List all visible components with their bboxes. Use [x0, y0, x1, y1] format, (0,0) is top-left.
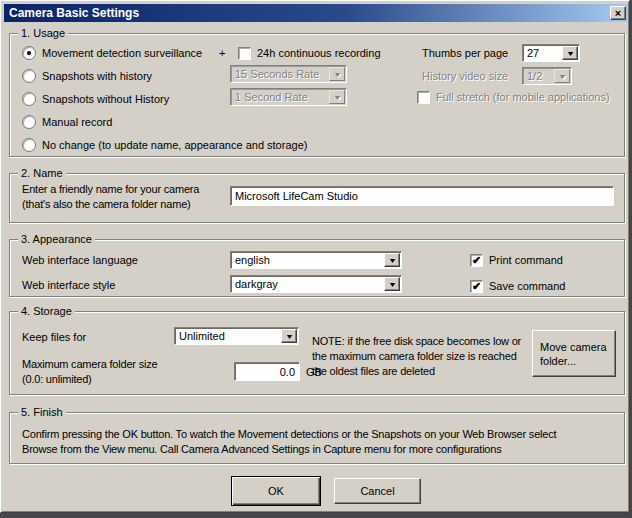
- selected-value: Unlimited: [179, 330, 225, 342]
- chevron-down-icon: ▼: [332, 94, 341, 101]
- group-storage: 4. Storage Keep files for Unlimited ▼ Ma…: [9, 311, 625, 395]
- thumbs-per-page-label: Thumbs per page: [422, 46, 508, 60]
- titlebar[interactable]: Camera Basic Settings ×: [4, 4, 628, 22]
- radio-icon: [22, 138, 36, 152]
- checkbox-print-command[interactable]: ✔ Print command: [470, 253, 563, 267]
- chevron-down-icon: ▼: [387, 257, 396, 264]
- checkbox-24h-continuous[interactable]: ✔ 24h continuous recording: [238, 46, 381, 60]
- selected-value: 27: [527, 47, 539, 59]
- radio-movement-detection[interactable]: Movement detection surveillance: [22, 46, 202, 60]
- camera-name-prompt: Enter a friendly name for your camera (t…: [22, 182, 199, 212]
- checkbox-label: Print command: [489, 253, 563, 267]
- dropdown-button[interactable]: ▼: [562, 46, 578, 60]
- dropdown-button: ▼: [554, 69, 570, 83]
- radio-icon: [22, 115, 36, 129]
- radio-label: Movement detection surveillance: [42, 46, 202, 60]
- keep-files-label: Keep files for: [22, 330, 86, 344]
- checkbox-label: Save command: [489, 279, 565, 293]
- rate-with-history-select: 15 Seconds Rate ▼: [230, 65, 347, 83]
- checkbox-label: 24h continuous recording: [257, 46, 381, 60]
- checkbox-icon: ✔: [470, 254, 483, 267]
- selected-value: 15 Seconds Rate: [235, 68, 319, 80]
- plus-separator: +: [219, 46, 225, 60]
- group-appearance-legend: 3. Appearance: [18, 232, 95, 246]
- checkbox-label: Full stretch (for mobile applications): [436, 90, 610, 104]
- cancel-button[interactable]: Cancel: [334, 478, 421, 504]
- close-icon: ×: [615, 8, 621, 18]
- group-finish: 5. Finish Confirm pressing the OK button…: [9, 412, 625, 464]
- dropdown-button[interactable]: ▼: [281, 329, 297, 343]
- style-select[interactable]: darkgray ▼: [230, 275, 402, 293]
- checkbox-icon: ✔: [238, 47, 251, 60]
- radio-snapshots-without-history[interactable]: Snapshots without History: [22, 92, 169, 106]
- chevron-down-icon: ▼: [284, 333, 293, 340]
- checkbox-icon: ✔: [417, 91, 430, 104]
- dialog-camera-basic-settings: Camera Basic Settings × 1. Usage Movemen…: [0, 0, 630, 513]
- radio-label: Snapshots with history: [42, 69, 152, 83]
- dropdown-button[interactable]: ▼: [384, 277, 400, 291]
- storage-note: NOTE: if the free disk space becomes low…: [312, 334, 521, 379]
- style-label: Web interface style: [22, 278, 115, 292]
- radio-icon: [22, 92, 36, 106]
- selected-value: 1/2: [527, 70, 542, 82]
- chevron-down-icon: ▼: [387, 281, 396, 288]
- rate-without-history-select: 1 Second Rate ▼: [230, 88, 347, 106]
- window-title: Camera Basic Settings: [9, 6, 139, 20]
- radio-icon: [22, 69, 36, 83]
- chevron-down-icon: ▼: [565, 50, 574, 57]
- dropdown-button: ▼: [329, 90, 345, 104]
- move-camera-folder-button[interactable]: Move camera folder...: [532, 330, 616, 377]
- max-folder-size-label: Maximum camera folder size (0.0: unlimit…: [22, 357, 157, 387]
- selected-value: darkgray: [235, 278, 278, 290]
- thumbs-per-page-select[interactable]: 27 ▼: [522, 44, 580, 62]
- radio-snapshots-with-history[interactable]: Snapshots with history: [22, 69, 152, 83]
- checkbox-icon: ✔: [470, 280, 483, 293]
- language-label: Web interface language: [22, 253, 138, 267]
- group-name-legend: 2. Name: [18, 166, 66, 180]
- group-name: 2. Name Enter a friendly name for your c…: [9, 173, 625, 223]
- history-video-size-select: 1/2 ▼: [522, 67, 572, 85]
- radio-manual-record[interactable]: Manual record: [22, 115, 112, 129]
- chevron-down-icon: ▼: [332, 71, 341, 78]
- ok-button[interactable]: OK: [231, 476, 321, 506]
- radio-label: No change (to update name, appearance an…: [42, 138, 307, 152]
- keep-files-select[interactable]: Unlimited ▼: [174, 327, 299, 345]
- camera-name-input[interactable]: [230, 186, 614, 206]
- radio-label: Manual record: [42, 115, 112, 129]
- group-finish-legend: 5. Finish: [18, 405, 66, 419]
- radio-label: Snapshots without History: [42, 92, 169, 106]
- checkbox-save-command[interactable]: ✔ Save command: [470, 279, 565, 293]
- radio-icon: [22, 46, 36, 60]
- chevron-down-icon: ▼: [557, 73, 566, 80]
- language-select[interactable]: english ▼: [230, 251, 402, 269]
- group-appearance: 3. Appearance Web interface language eng…: [9, 239, 625, 297]
- history-video-size-label: History video size: [422, 69, 508, 83]
- close-button[interactable]: ×: [610, 6, 626, 20]
- max-folder-size-input[interactable]: [234, 362, 300, 381]
- selected-value: english: [235, 254, 270, 266]
- group-usage-legend: 1. Usage: [18, 26, 68, 40]
- group-storage-legend: 4. Storage: [18, 304, 75, 318]
- group-usage: 1. Usage Movement detection surveillance…: [9, 33, 625, 157]
- dropdown-button[interactable]: ▼: [384, 253, 400, 267]
- dropdown-button: ▼: [329, 67, 345, 81]
- finish-instructions: Confirm pressing the OK button. To watch…: [22, 427, 556, 457]
- checkbox-full-stretch: ✔ Full stretch (for mobile applications): [417, 90, 610, 104]
- radio-no-change[interactable]: No change (to update name, appearance an…: [22, 138, 307, 152]
- selected-value: 1 Second Rate: [235, 91, 308, 103]
